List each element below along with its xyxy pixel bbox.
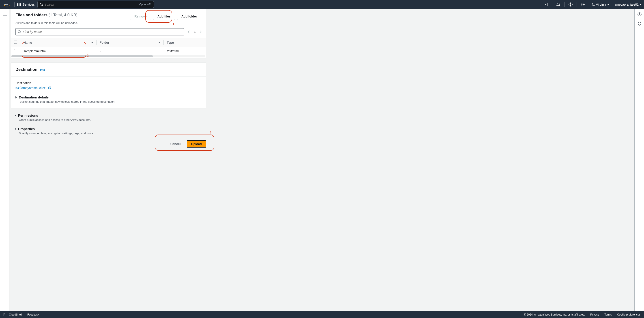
svg-point-1 <box>40 3 42 5</box>
properties-expander[interactable]: Properties <box>15 127 634 131</box>
add-folder-button[interactable]: Add folder <box>177 13 201 20</box>
pagination: 1 <box>188 30 201 34</box>
files-folders-card: Files and folders (1 Total, 4.0 KB) Remo… <box>11 9 206 58</box>
apps-grid-icon <box>17 3 21 6</box>
destination-details-expander[interactable]: Destination details <box>16 95 201 99</box>
permissions-desc: Grant public access and access to other … <box>19 118 634 121</box>
prev-page-icon[interactable] <box>188 31 191 33</box>
find-by-name-input[interactable] <box>16 28 184 36</box>
svg-point-7 <box>582 4 584 5</box>
aws-logo[interactable]: aws <box>3 3 12 7</box>
services-menu[interactable]: Services <box>17 3 35 6</box>
files-counter: (1 Total, 4.0 KB) <box>48 13 78 17</box>
external-link-icon <box>48 86 51 89</box>
files-folders-title: Files and folders (1 Total, 4.0 KB) <box>16 13 78 18</box>
cloudshell-icon[interactable] <box>542 1 549 8</box>
left-rail <box>0 9 10 311</box>
row-checkbox[interactable] <box>14 49 17 52</box>
security-rail-icon[interactable] <box>637 21 642 27</box>
sort-icon <box>91 42 94 43</box>
search-icon <box>40 3 43 6</box>
col-folder[interactable]: Folder <box>96 38 164 47</box>
files-card-description: All files and folders in this table will… <box>11 20 206 28</box>
main-content: Files and folders (1 Total, 4.0 KB) Remo… <box>10 9 634 311</box>
caret-right-icon <box>15 114 16 117</box>
cell-folder: - <box>96 47 164 55</box>
search-shortcut-hint: [Option+S] <box>138 3 151 6</box>
horizontal-scrollbar[interactable] <box>12 55 205 57</box>
settings-icon[interactable] <box>580 1 586 8</box>
destination-title: Destination <box>16 67 38 72</box>
caret-right-icon <box>16 96 17 98</box>
global-search[interactable]: [Option+S] <box>38 1 154 8</box>
notifications-icon[interactable] <box>555 1 562 8</box>
add-files-button[interactable]: Add files <box>153 13 175 20</box>
upload-button[interactable]: Upload <box>187 140 206 147</box>
sort-icon <box>158 42 160 43</box>
destination-label: Destination <box>16 81 201 85</box>
svg-point-6 <box>570 6 571 6</box>
svg-point-8 <box>18 31 20 33</box>
svg-line-2 <box>42 5 43 6</box>
svg-text:aws: aws <box>4 3 8 5</box>
cell-name: samplehtml.html <box>20 47 96 55</box>
chevron-down-icon <box>640 4 641 5</box>
properties-desc: Specify storage class, encryption settin… <box>19 132 634 135</box>
search-icon <box>18 30 21 33</box>
caret-right-icon <box>15 128 16 130</box>
permissions-expander[interactable]: Permissions <box>15 113 634 117</box>
chevron-down-icon <box>607 4 609 5</box>
col-name[interactable]: Name <box>20 38 96 47</box>
top-nav: aws Services [Option+S] N. Virginia amey… <box>0 0 644 9</box>
page-number: 1 <box>194 30 196 34</box>
callout-label-1: 1 <box>173 23 174 26</box>
region-selector[interactable]: N. Virginia <box>592 3 609 6</box>
destination-link[interactable]: s3://ameyatestbucket1 <box>16 86 51 90</box>
right-rail <box>634 9 644 311</box>
help-icon[interactable] <box>567 1 574 8</box>
cancel-button[interactable]: Cancel <box>166 140 185 147</box>
cell-type: text/html <box>164 47 206 55</box>
services-label: Services <box>22 3 35 6</box>
svg-point-12 <box>639 14 640 14</box>
hamburger-icon[interactable] <box>3 12 7 16</box>
destination-card: Destination Info Destination s3://ameyat… <box>11 63 206 108</box>
account-menu[interactable]: ameyapranjale01 <box>615 3 641 6</box>
callout-label-2: 2 <box>87 54 89 57</box>
remove-button[interactable]: Remove <box>130 13 151 20</box>
search-input[interactable] <box>45 3 137 6</box>
callout-label-3: 3 <box>210 131 212 134</box>
next-page-icon[interactable] <box>199 31 202 33</box>
destination-details-desc: Bucket settings that impact new objects … <box>20 100 201 103</box>
files-table: Name Folder Type samplehtml.html - text/… <box>11 38 206 55</box>
info-rail-icon[interactable] <box>637 12 642 17</box>
table-row[interactable]: samplehtml.html - text/html <box>11 47 206 55</box>
info-link[interactable]: Info <box>40 68 45 72</box>
select-all-checkbox[interactable] <box>14 41 17 44</box>
svg-line-9 <box>20 33 21 33</box>
col-type[interactable]: Type <box>164 38 206 47</box>
